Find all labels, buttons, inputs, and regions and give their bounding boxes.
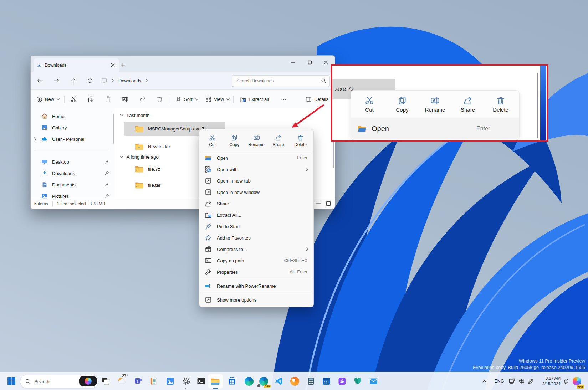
file-row[interactable]: file.tar (122, 178, 160, 192)
search-input[interactable] (232, 76, 321, 86)
cut-button[interactable] (67, 93, 80, 106)
tray-time: 8:37 AM (535, 376, 561, 381)
menu-item-open-with[interactable]: Open with (201, 164, 312, 175)
menu-item-copy-as-path[interactable]: Copy as path Ctrl+Shift+C (201, 255, 312, 266)
sidebar-item-desktop[interactable]: Desktop (33, 157, 111, 167)
widgets-weather-button[interactable]: 27° (113, 375, 131, 388)
sidebar-item-documents[interactable]: Documents (33, 180, 111, 190)
photos-icon[interactable] (164, 375, 177, 388)
inset-cut-button[interactable]: Cut (354, 91, 385, 118)
copy-button[interactable] (84, 93, 97, 106)
sidebar-item-pictures[interactable]: Pictures (33, 191, 111, 199)
close-button[interactable] (320, 58, 332, 67)
maximize-button[interactable] (304, 58, 316, 67)
group-header-last-month[interactable]: Last month (120, 111, 149, 119)
taskbar-search[interactable]: Search (20, 375, 98, 388)
language-indicator[interactable]: ENG (492, 375, 506, 388)
back-button[interactable] (34, 76, 45, 86)
menu-item-properties[interactable]: Properties Alt+Enter (201, 266, 312, 278)
chevron-right-icon[interactable] (34, 137, 37, 140)
large-icons-view-icon[interactable] (326, 201, 331, 206)
mail-icon[interactable] (367, 375, 380, 388)
menu-item-powerrename[interactable]: Rename with PowerRename (201, 280, 312, 292)
file-row-selected[interactable]: MSPCManagerSetup.exe.7z (122, 122, 207, 136)
inset-share-button[interactable]: Share (452, 91, 484, 118)
menu-shortcut: Enter (297, 155, 307, 160)
extract-icon (240, 96, 246, 103)
delete-button[interactable] (153, 93, 166, 106)
vscode-icon[interactable] (272, 375, 285, 388)
extract-all-button[interactable]: Extract all (237, 93, 272, 106)
sidebar-item-gallery[interactable]: Gallery (33, 123, 111, 133)
copilot-search-button[interactable] (79, 376, 97, 386)
breadcrumb-location[interactable]: Downloads (118, 78, 141, 83)
clock[interactable]: 8:37 AM 2/15/2024 (535, 376, 561, 386)
file-explorer-taskbar-icon[interactable] (209, 375, 221, 388)
terminal-icon[interactable] (195, 375, 208, 388)
menu-item-open-new-tab[interactable]: Open in new tab (201, 175, 312, 186)
menu-item-add-favorites[interactable]: Add to Favorites (201, 232, 312, 243)
network-icon[interactable] (507, 375, 516, 388)
explorer-tab[interactable]: Downloads (34, 58, 119, 72)
share-icon (463, 96, 472, 105)
menu-item-open-new-window[interactable]: Open in new window (201, 186, 312, 198)
minimize-button[interactable] (287, 58, 299, 67)
edge-canary-icon[interactable]: CAN (257, 375, 270, 388)
energy-saver-leaf-icon[interactable] (526, 375, 535, 388)
heart-app-icon[interactable] (351, 375, 364, 388)
notification-bell-icon[interactable] (561, 375, 571, 388)
new-tab-button[interactable] (119, 61, 126, 68)
list-view-icon[interactable] (316, 201, 321, 206)
up-button[interactable] (68, 76, 78, 86)
start-button[interactable] (5, 375, 18, 388)
refresh-button[interactable] (85, 76, 95, 86)
sidebar-scrollbar[interactable] (113, 114, 114, 144)
notepad-icon[interactable] (147, 375, 160, 388)
group-header-long-time-ago[interactable]: A long time ago (120, 153, 159, 161)
file-row[interactable]: New folder (122, 139, 170, 154)
forward-button[interactable] (51, 76, 62, 86)
settings-icon[interactable] (180, 375, 193, 388)
view-button[interactable]: View (203, 93, 232, 106)
search-icon[interactable] (321, 78, 326, 83)
sidebar-item-downloads[interactable]: Downloads (33, 168, 111, 178)
calculator-icon[interactable] (305, 375, 317, 388)
chevron-right-icon[interactable] (145, 79, 148, 82)
menu-item-open[interactable]: Open Enter (201, 152, 312, 164)
calendar-icon[interactable] (320, 375, 333, 388)
sort-button[interactable]: Sort (173, 93, 201, 106)
file-row[interactable]: file.7z (122, 162, 160, 176)
more-options-button[interactable] (277, 93, 290, 106)
quick-share-button[interactable]: Share (268, 131, 288, 150)
details-pane-button[interactable]: Details (303, 93, 331, 106)
new-button[interactable]: New (34, 93, 63, 106)
quick-rename-button[interactable]: Rename (246, 131, 267, 150)
inset-delete-button[interactable]: Delete (485, 91, 516, 118)
tab-close-icon[interactable] (109, 62, 116, 69)
inset-menu-item-open[interactable]: Open Enter (351, 118, 519, 139)
inset-rename-button[interactable]: Rename (419, 91, 451, 118)
clipchamp-icon[interactable] (336, 375, 348, 388)
menu-item-pin-to-start[interactable]: Pin to Start (201, 221, 312, 232)
quick-delete-button[interactable]: Delete (290, 131, 311, 150)
menu-item-extract-all[interactable]: Extract All... (201, 209, 312, 221)
edge-icon[interactable] (242, 375, 255, 388)
edge-dev-icon[interactable] (288, 375, 301, 388)
volume-icon[interactable] (517, 375, 526, 388)
inset-copy-button[interactable]: Copy (387, 91, 418, 118)
share-button[interactable] (136, 93, 149, 106)
copilot-tray-icon[interactable]: PRE (571, 375, 583, 388)
menu-item-show-more[interactable]: Show more options (201, 294, 312, 306)
menu-item-share[interactable]: Share (201, 198, 312, 209)
teams-icon[interactable]: T (132, 375, 145, 388)
quick-copy-button[interactable]: Copy (224, 131, 245, 150)
task-view-button[interactable] (99, 375, 112, 388)
microsoft-store-icon[interactable] (225, 375, 238, 388)
paste-button[interactable] (101, 93, 114, 106)
rename-button[interactable] (118, 93, 131, 106)
menu-item-compress-to[interactable]: Compress to... (201, 243, 312, 255)
quick-cut-button[interactable]: Cut (202, 131, 223, 150)
sidebar-item-home[interactable]: Home (33, 111, 111, 121)
sidebar-item-onedrive[interactable]: User - Personal (33, 134, 111, 144)
tray-chevron-up-icon[interactable] (480, 375, 489, 388)
